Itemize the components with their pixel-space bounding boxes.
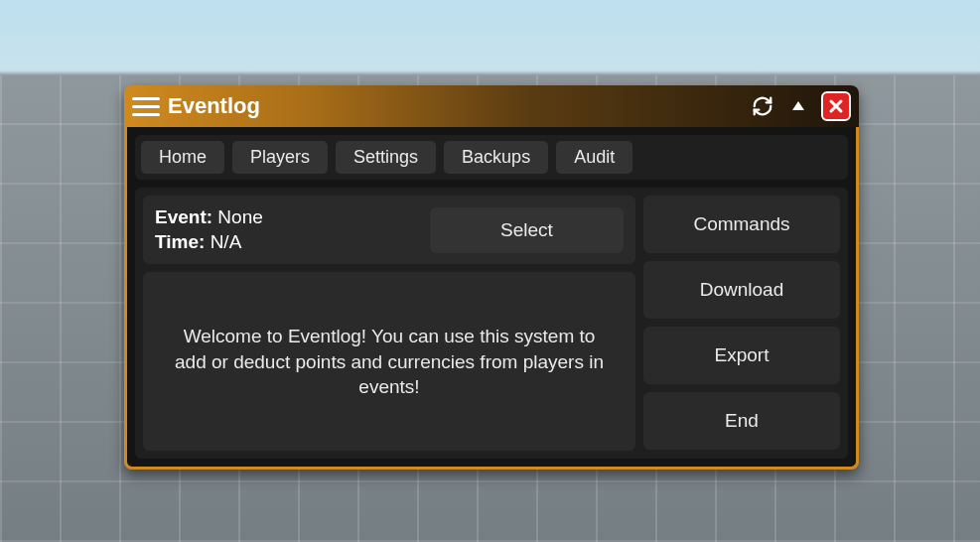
event-info-card: Event: None Time: N/A Select (143, 196, 635, 264)
menu-icon[interactable] (132, 92, 160, 120)
tab-backups[interactable]: Backups (444, 141, 548, 174)
time-label: Time: (155, 231, 205, 252)
tab-home[interactable]: Home (141, 141, 224, 174)
main-column: Event: None Time: N/A Select Welcome to … (143, 196, 635, 451)
collapse-icon[interactable] (785, 93, 811, 119)
content-area: Event: None Time: N/A Select Welcome to … (135, 188, 848, 459)
select-button[interactable]: Select (430, 207, 624, 253)
close-button[interactable] (821, 91, 851, 121)
tab-bar: Home Players Settings Backups Audit (135, 135, 848, 180)
export-button[interactable]: Export (643, 327, 840, 384)
side-column: Commands Download Export End (643, 196, 840, 451)
titlebar-controls (750, 91, 851, 121)
commands-button[interactable]: Commands (643, 196, 840, 253)
tab-settings[interactable]: Settings (336, 141, 436, 174)
tab-players[interactable]: Players (232, 141, 328, 174)
event-value: None (217, 206, 262, 227)
titlebar: Eventlog (124, 85, 859, 127)
svg-marker-0 (792, 101, 804, 110)
download-button[interactable]: Download (643, 261, 840, 319)
event-label: Event: (155, 206, 212, 227)
refresh-icon[interactable] (750, 93, 775, 119)
window-title: Eventlog (168, 93, 260, 119)
tab-audit[interactable]: Audit (556, 141, 632, 174)
welcome-message: Welcome to Eventlog! You can use this sy… (143, 272, 635, 451)
time-value: N/A (210, 231, 242, 252)
end-button[interactable]: End (643, 392, 840, 450)
eventlog-window: Eventlog (124, 85, 859, 470)
event-info-text: Event: None Time: N/A (155, 205, 263, 254)
window-body: Home Players Settings Backups Audit Even… (124, 127, 859, 470)
